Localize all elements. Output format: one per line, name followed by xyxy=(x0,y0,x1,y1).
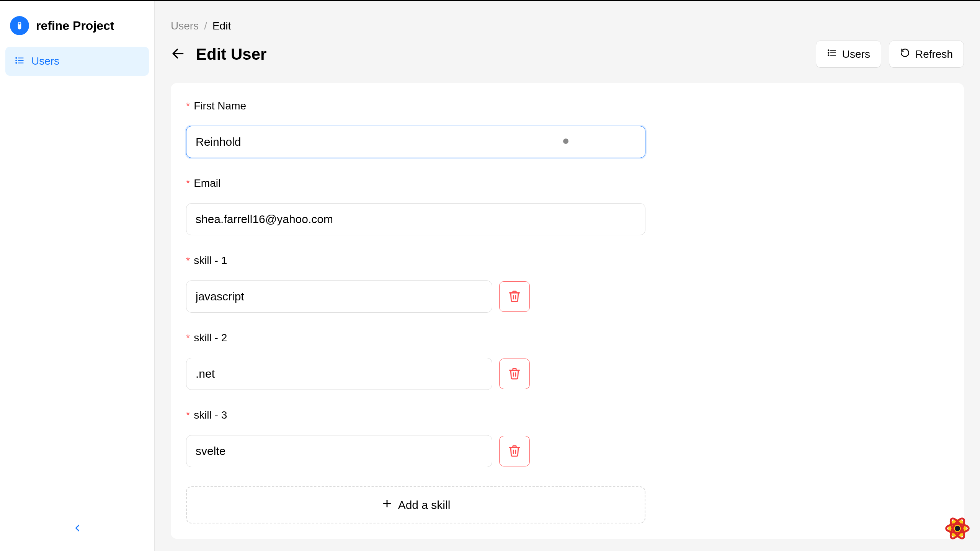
add-skill-label: Add a skill xyxy=(398,499,451,512)
refine-logo-icon xyxy=(10,16,29,35)
skill-2-input[interactable] xyxy=(186,358,492,390)
trash-icon xyxy=(508,444,521,458)
required-asterisk: * xyxy=(186,101,190,111)
skill-2-label: * skill - 2 xyxy=(186,332,949,344)
delete-skill-1-button[interactable] xyxy=(499,281,530,312)
svg-point-14 xyxy=(828,55,829,55)
skill-3-input[interactable] xyxy=(186,435,492,467)
page-header: Edit User Users Refresh xyxy=(171,41,964,68)
list-icon xyxy=(15,55,24,67)
svg-point-13 xyxy=(828,52,829,53)
sidebar-nav: Users xyxy=(0,47,154,76)
breadcrumb-separator: / xyxy=(204,20,207,32)
chevron-left-icon xyxy=(72,523,83,535)
skill-1-input[interactable] xyxy=(186,280,492,313)
back-button[interactable] xyxy=(171,46,185,62)
brand: refine Project xyxy=(0,1,154,47)
brand-title: refine Project xyxy=(36,19,114,33)
breadcrumb: Users / Edit xyxy=(171,1,964,32)
breadcrumb-parent[interactable]: Users xyxy=(171,20,199,32)
react-query-devtools-icon[interactable] xyxy=(944,515,971,542)
sidebar: refine Project Users xyxy=(0,1,155,551)
add-skill-button[interactable]: Add a skill xyxy=(186,486,645,523)
page-title: Edit User xyxy=(196,45,266,64)
required-asterisk: * xyxy=(186,256,190,266)
refresh-button-label: Refresh xyxy=(915,48,953,60)
svg-point-7 xyxy=(16,62,16,63)
delete-skill-2-button[interactable] xyxy=(499,359,530,389)
first-name-input[interactable] xyxy=(186,126,645,158)
sidebar-item-users[interactable]: Users xyxy=(5,47,149,76)
email-input[interactable] xyxy=(186,203,645,235)
breadcrumb-current: Edit xyxy=(212,20,231,32)
required-asterisk: * xyxy=(186,410,190,420)
users-button[interactable]: Users xyxy=(816,41,881,68)
sidebar-collapse-button[interactable] xyxy=(0,516,154,542)
users-button-label: Users xyxy=(842,48,870,60)
svg-point-21 xyxy=(955,526,960,531)
plus-icon xyxy=(381,498,393,512)
first-name-label: * First Name xyxy=(186,100,949,112)
email-label: * Email xyxy=(186,177,949,189)
svg-point-5 xyxy=(16,57,16,58)
skill-1-label: * skill - 1 xyxy=(186,254,949,267)
svg-point-1 xyxy=(19,23,21,24)
delete-skill-3-button[interactable] xyxy=(499,436,530,466)
trash-icon xyxy=(508,367,521,381)
skill-3-label: * skill - 3 xyxy=(186,409,949,421)
list-icon xyxy=(827,48,837,60)
trash-icon xyxy=(508,290,521,304)
refresh-button[interactable]: Refresh xyxy=(889,41,964,68)
svg-point-6 xyxy=(16,60,16,61)
sidebar-item-label: Users xyxy=(31,55,59,67)
refresh-icon xyxy=(900,48,910,60)
required-asterisk: * xyxy=(186,178,190,188)
arrow-left-icon xyxy=(171,46,185,62)
required-asterisk: * xyxy=(186,333,190,343)
svg-point-12 xyxy=(828,50,829,51)
form-card: * First Name * Email * skill - 1 xyxy=(171,83,964,539)
main-content: Users / Edit Edit User Users xyxy=(155,1,980,551)
